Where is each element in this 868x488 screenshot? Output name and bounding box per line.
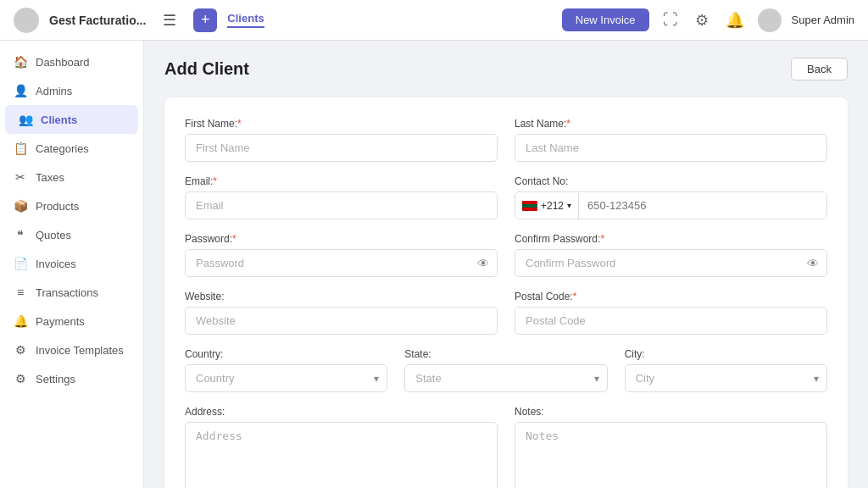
- city-label: City:: [625, 348, 827, 360]
- last-name-group: Last Name:*: [515, 118, 827, 162]
- new-invoice-button[interactable]: New Invoice: [562, 8, 649, 31]
- address-label: Address:: [185, 406, 498, 418]
- sidebar-label-admins: Admins: [36, 85, 72, 97]
- main-content: Add Client Back First Name:* Last Name:*: [144, 41, 868, 488]
- email-required: *: [213, 175, 217, 187]
- address-notes-row: Address: Notes:: [185, 406, 827, 488]
- city-select-wrapper: City ▾: [625, 364, 827, 392]
- name-row: First Name:* Last Name:*: [185, 118, 827, 162]
- sidebar-item-payments[interactable]: 🔔 Payments: [0, 307, 143, 336]
- add-client-form: First Name:* Last Name:* Email:*: [164, 97, 848, 488]
- address-group: Address:: [185, 406, 498, 488]
- location-row: Country: Country ▾ State: State ▾: [185, 348, 827, 392]
- notes-label: Notes:: [515, 406, 827, 418]
- phone-wrapper: +212 ▾: [515, 191, 827, 219]
- quotes-icon: ❝: [14, 228, 27, 241]
- sidebar-label-transactions: Transactions: [36, 286, 98, 299]
- postal-code-required: *: [573, 291, 577, 302]
- address-textarea[interactable]: [185, 422, 498, 488]
- profile-avatar: [14, 8, 39, 33]
- sidebar-label-payments: Payments: [36, 315, 85, 328]
- postal-code-label: Postal Code:*: [515, 291, 827, 302]
- first-name-input[interactable]: [185, 134, 498, 162]
- city-select[interactable]: City: [625, 364, 827, 392]
- postal-code-input[interactable]: [515, 307, 827, 335]
- sidebar-item-categories[interactable]: 📋 Categories: [0, 134, 143, 163]
- first-name-required: *: [237, 118, 242, 130]
- password-required: *: [232, 233, 236, 245]
- app-title: Gest Facturatio...: [49, 14, 146, 27]
- website-label: Website:: [185, 291, 498, 302]
- sidebar-item-products[interactable]: 📦 Products: [0, 191, 143, 220]
- sidebar-item-clients[interactable]: 👥 Clients: [5, 105, 138, 134]
- sidebar-label-quotes: Quotes: [36, 229, 71, 241]
- country-select[interactable]: Country: [185, 364, 387, 392]
- state-select[interactable]: State: [404, 364, 607, 392]
- admins-icon: 👤: [14, 84, 27, 97]
- sidebar-item-quotes[interactable]: ❝ Quotes: [0, 220, 143, 249]
- transactions-icon: ≡: [14, 286, 27, 299]
- contact-label: Contact No:: [515, 175, 827, 187]
- fullscreen-icon[interactable]: ⛶: [659, 8, 682, 32]
- notes-group: Notes:: [515, 406, 827, 488]
- contact-group: Contact No: +212 ▾: [515, 175, 827, 219]
- state-label: State:: [404, 348, 607, 360]
- taxes-icon: ✂: [14, 170, 27, 184]
- confirm-password-wrapper: 👁: [515, 249, 827, 277]
- sidebar-item-transactions[interactable]: ≡ Transactions: [0, 278, 143, 307]
- sidebar-item-dashboard[interactable]: 🏠 Dashboard: [0, 47, 143, 76]
- phone-dropdown-icon: ▾: [567, 201, 571, 210]
- payments-icon: 🔔: [14, 314, 27, 328]
- notification-icon[interactable]: 🔔: [722, 8, 748, 33]
- website-postal-row: Website: Postal Code:*: [185, 291, 827, 335]
- website-input[interactable]: [185, 307, 498, 335]
- sidebar-label-dashboard: Dashboard: [36, 56, 90, 69]
- country-code: +212: [541, 200, 564, 212]
- password-input[interactable]: [185, 249, 498, 277]
- sidebar: 🏠 Dashboard 👤 Admins 👥 Clients 📋 Categor…: [0, 41, 144, 488]
- page-title: Add Client: [164, 59, 249, 79]
- password-group: Password:* 👁: [185, 233, 498, 277]
- notes-textarea[interactable]: [515, 422, 827, 488]
- sidebar-item-invoice-templates[interactable]: ⚙ Invoice Templates: [0, 336, 143, 364]
- confirm-password-eye-icon[interactable]: 👁: [807, 257, 819, 270]
- country-label: Country:: [185, 348, 387, 360]
- sidebar-item-admins[interactable]: 👤 Admins: [0, 76, 143, 105]
- last-name-input[interactable]: [515, 134, 827, 162]
- settings-icon[interactable]: ⚙: [692, 8, 712, 33]
- settings-sidebar-icon: ⚙: [14, 372, 27, 385]
- clients-tab[interactable]: Clients: [227, 12, 264, 28]
- sidebar-label-invoice-templates: Invoice Templates: [36, 344, 124, 357]
- add-button[interactable]: +: [193, 8, 217, 32]
- flag-code[interactable]: +212 ▾: [515, 193, 579, 219]
- top-navbar: Gest Facturatio... ☰ + Clients New Invoi…: [0, 0, 868, 41]
- dashboard-icon: 🏠: [14, 55, 27, 69]
- invoices-icon: 📄: [14, 257, 27, 270]
- password-row: Password:* 👁 Confirm Password:* 👁: [185, 233, 827, 277]
- sidebar-label-taxes: Taxes: [36, 171, 64, 184]
- password-eye-icon[interactable]: 👁: [477, 257, 489, 270]
- sidebar-item-settings[interactable]: ⚙ Settings: [0, 364, 143, 393]
- confirm-password-input[interactable]: [515, 249, 827, 277]
- products-icon: 📦: [14, 199, 27, 213]
- city-group: City: City ▾: [625, 348, 827, 392]
- password-wrapper: 👁: [185, 249, 498, 277]
- first-name-group: First Name:*: [185, 118, 498, 162]
- sidebar-item-taxes[interactable]: ✂ Taxes: [0, 163, 143, 191]
- email-input[interactable]: [185, 191, 498, 219]
- sidebar-label-categories: Categories: [36, 142, 89, 155]
- country-group: Country: Country ▾: [185, 348, 387, 392]
- first-name-label: First Name:*: [185, 118, 498, 130]
- sidebar-label-settings: Settings: [36, 373, 75, 385]
- user-avatar: [758, 8, 782, 32]
- state-select-wrapper: State ▾: [404, 364, 607, 392]
- confirm-password-group: Confirm Password:* 👁: [515, 233, 827, 277]
- menu-icon[interactable]: ☰: [163, 11, 176, 30]
- phone-input[interactable]: [579, 192, 826, 219]
- back-button[interactable]: Back: [791, 58, 848, 80]
- flag-icon: [522, 201, 537, 211]
- email-label: Email:*: [185, 175, 498, 187]
- sidebar-item-invoices[interactable]: 📄 Invoices: [0, 249, 143, 278]
- invoice-templates-icon: ⚙: [14, 343, 27, 357]
- postal-code-group: Postal Code:*: [515, 291, 827, 335]
